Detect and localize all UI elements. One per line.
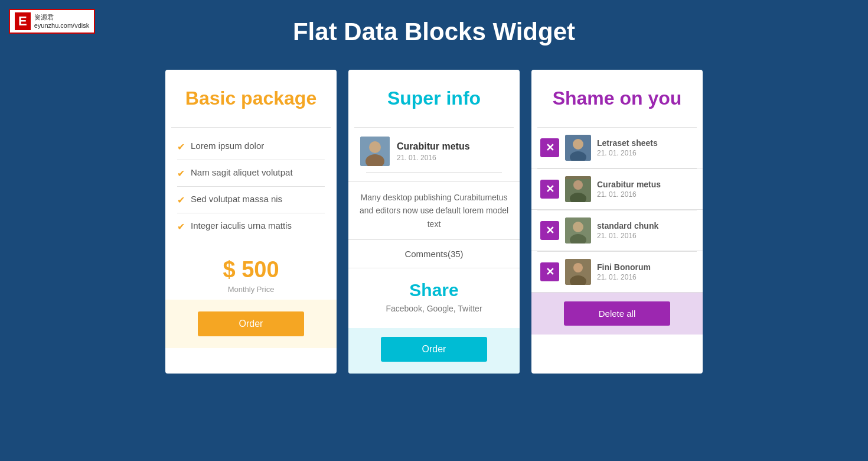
super-comments: Comments(35) bbox=[348, 240, 520, 268]
check-icon-3: ✔ bbox=[177, 194, 185, 206]
shame-name-2: Curabitur metus bbox=[597, 180, 694, 189]
super-share-title: Share bbox=[357, 280, 511, 300]
check-icon-4: ✔ bbox=[177, 221, 185, 232]
shame-item-2: ✕ Curabitur metus 21. 01. 2016 bbox=[531, 169, 703, 210]
shame-info-2: Curabitur metus 21. 01. 2016 bbox=[597, 180, 694, 199]
super-article-title: Curabitur metus bbox=[397, 141, 470, 152]
logo: E 资源君 eyunzhu.com/vdisk bbox=[9, 9, 95, 34]
super-article-body: Many desktop publishing Curabitumetus an… bbox=[348, 182, 520, 240]
shame-remove-4[interactable]: ✕ bbox=[540, 262, 559, 281]
shame-avatar-2 bbox=[565, 176, 591, 202]
price-section: $ 500 Monthly Price bbox=[165, 245, 337, 300]
svg-rect-9 bbox=[565, 176, 591, 179]
logo-text: 资源君 eyunzhu.com/vdisk bbox=[34, 13, 90, 30]
super-article-divider bbox=[366, 172, 502, 173]
basic-package-title: Basic package bbox=[165, 70, 337, 127]
delete-all-button[interactable]: Delete all bbox=[564, 301, 670, 326]
widgets-container: Basic package ✔ Lorem ipsum dolor ✔ Nam … bbox=[0, 70, 868, 374]
basic-item-4-text: Integer iaculis urna mattis bbox=[191, 220, 292, 230]
super-info-title: Super info bbox=[348, 70, 520, 127]
shame-info-4: Fini Bonorum 21. 01. 2016 bbox=[597, 262, 694, 281]
basic-order-button[interactable]: Order bbox=[198, 311, 304, 336]
shame-avatar-4 bbox=[565, 259, 591, 285]
basic-item-3-text: Sed volutpat massa nis bbox=[191, 194, 282, 204]
super-info-card: Super info Curabitur metus 21. 01. 2016 … bbox=[348, 70, 520, 374]
super-footer: Order bbox=[348, 328, 520, 374]
shame-date-2: 21. 01. 2016 bbox=[597, 190, 694, 199]
svg-point-14 bbox=[573, 263, 583, 272]
page-title: Flat Data Blocks Widget bbox=[0, 0, 868, 70]
shame-date-1: 21. 01. 2016 bbox=[597, 149, 694, 157]
svg-point-7 bbox=[573, 180, 583, 190]
super-article-avatar bbox=[360, 137, 390, 166]
price-label: Monthly Price bbox=[171, 285, 331, 294]
shame-item-3: ✕ standard chunk 21. 01. 2016 bbox=[531, 210, 703, 251]
shame-date-4: 21. 01. 2016 bbox=[597, 273, 694, 281]
shame-item-1: ✕ Letraset sheets 21. 01. 2016 bbox=[531, 128, 703, 168]
super-share-section: Share Facebook, Google, Twitter bbox=[348, 268, 520, 328]
shame-name-1: Letraset sheets bbox=[597, 138, 694, 148]
shame-avatar-1 bbox=[565, 135, 591, 161]
super-article: Curabitur metus 21. 01. 2016 bbox=[348, 128, 520, 182]
shame-info-3: standard chunk 21. 01. 2016 bbox=[597, 221, 694, 240]
super-article-date: 21. 01. 2016 bbox=[397, 154, 470, 162]
shame-footer: Delete all bbox=[531, 293, 703, 335]
shame-avatar-3 bbox=[565, 217, 591, 244]
shame-name-4: Fini Bonorum bbox=[597, 262, 694, 272]
basic-item-1-text: Lorem ipsum dolor bbox=[191, 141, 264, 151]
check-icon-2: ✔ bbox=[177, 168, 185, 179]
svg-point-1 bbox=[369, 141, 381, 153]
super-order-button[interactable]: Order bbox=[381, 337, 487, 362]
price-amount: $ 500 bbox=[171, 257, 331, 283]
shame-item-4: ✕ Fini Bonorum 21. 01. 2016 bbox=[531, 252, 703, 293]
shame-title: Shame on you bbox=[531, 70, 703, 127]
super-article-info: Curabitur metus 21. 01. 2016 bbox=[397, 141, 470, 162]
shame-date-3: 21. 01. 2016 bbox=[597, 232, 694, 240]
basic-item-3: ✔ Sed volutpat massa nis bbox=[177, 187, 325, 213]
basic-items-list: ✔ Lorem ipsum dolor ✔ Nam sagit aliquet … bbox=[165, 128, 337, 245]
shame-info-1: Letraset sheets 21. 01. 2016 bbox=[597, 138, 694, 157]
super-article-header: Curabitur metus 21. 01. 2016 bbox=[360, 137, 508, 166]
basic-package-card: Basic package ✔ Lorem ipsum dolor ✔ Nam … bbox=[165, 70, 337, 374]
shame-remove-2[interactable]: ✕ bbox=[540, 180, 559, 199]
basic-footer: Order bbox=[165, 300, 337, 348]
svg-point-4 bbox=[573, 139, 583, 150]
basic-item-2-text: Nam sagit aliquet volutpat bbox=[191, 167, 293, 177]
svg-point-11 bbox=[573, 222, 583, 232]
shame-card: Shame on you ✕ Letraset sheets 21. 01. 2… bbox=[531, 70, 703, 374]
logo-letter: E bbox=[15, 12, 31, 30]
shame-remove-1[interactable]: ✕ bbox=[540, 138, 559, 157]
basic-item-4: ✔ Integer iaculis urna mattis bbox=[177, 213, 325, 239]
check-icon-1: ✔ bbox=[177, 141, 185, 152]
basic-item-2: ✔ Nam sagit aliquet volutpat bbox=[177, 160, 325, 187]
basic-item-1: ✔ Lorem ipsum dolor bbox=[177, 134, 325, 160]
shame-name-3: standard chunk bbox=[597, 221, 694, 230]
shame-remove-3[interactable]: ✕ bbox=[540, 221, 559, 240]
super-share-links: Facebook, Google, Twitter bbox=[357, 304, 511, 313]
